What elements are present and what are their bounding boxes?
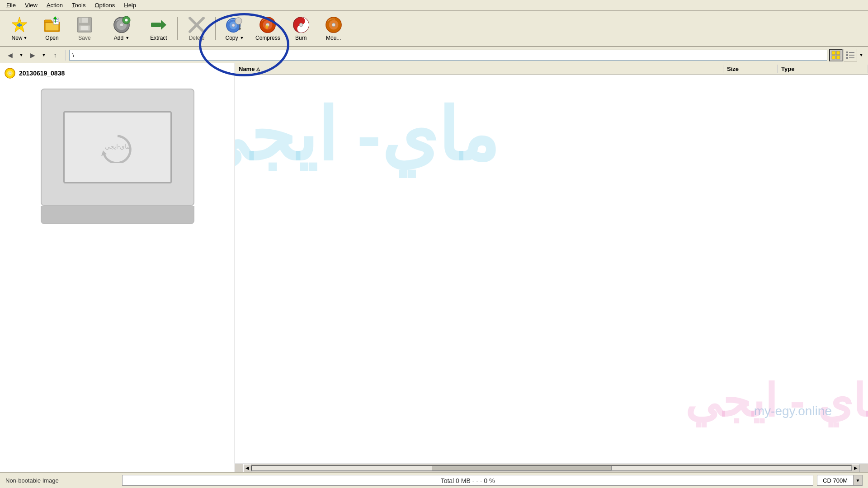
watermark-latin: my-egy.online (754, 404, 832, 418)
svg-point-40 (332, 23, 335, 27)
open-label: Open (45, 35, 58, 41)
new-label: New (12, 35, 23, 41)
copy-label: Copy (226, 35, 238, 41)
status-disc-selector: CD 700M ▼ (817, 475, 863, 486)
mount-button[interactable]: Mou... (318, 13, 349, 44)
mount-icon (325, 16, 343, 34)
svg-rect-21 (151, 23, 161, 27)
col-header-size[interactable]: Size (723, 65, 778, 73)
open-button[interactable]: Open (36, 13, 68, 44)
svg-rect-46 (849, 52, 854, 53)
scroll-right-button[interactable]: ▶ (852, 464, 860, 472)
svg-rect-47 (846, 54, 848, 56)
screen-watermark-icon: ماي-ايجي (95, 131, 140, 163)
status-disc-label: CD 700M (817, 475, 854, 486)
add-button[interactable]: Add ▼ (101, 13, 142, 44)
address-input[interactable] (69, 50, 827, 61)
menu-file[interactable]: File (2, 1, 20, 9)
save-button[interactable]: Save (69, 13, 100, 44)
col-header-type[interactable]: Type (778, 65, 868, 73)
disc-icon (5, 68, 15, 79)
address-separator (65, 50, 66, 61)
view-buttons: ▼ (829, 49, 864, 61)
scroll-left-button[interactable]: ◀ (243, 464, 251, 472)
menu-action[interactable]: Action (42, 1, 67, 9)
extract-icon (150, 16, 168, 34)
svg-rect-50 (849, 57, 854, 58)
file-list-body: ماي- ايجي ماي - ايجي my-egy.online (235, 75, 868, 464)
disc-label: 20130619_0838 (5, 68, 65, 79)
watermark-arabic-large: ماي- ايجي (235, 93, 499, 178)
save-icon (75, 16, 94, 34)
delete-button[interactable]: Delete (181, 13, 212, 44)
back-button[interactable]: ◀ (4, 49, 16, 61)
scroll-track[interactable] (251, 465, 852, 471)
add-icon (113, 16, 131, 34)
col-type-label: Type (781, 66, 794, 72)
burn-icon (292, 16, 310, 34)
menu-tools[interactable]: Tools (67, 1, 90, 9)
svg-rect-14 (81, 26, 88, 30)
compress-button[interactable]: Compress (251, 13, 284, 44)
svg-point-30 (235, 18, 242, 24)
svg-rect-44 (836, 56, 840, 59)
new-label-row: New ▼ (12, 35, 28, 41)
add-dropdown-arrow[interactable]: ▼ (125, 36, 129, 40)
svg-rect-12 (80, 18, 82, 23)
new-dropdown-arrow[interactable]: ▼ (24, 36, 28, 40)
svg-point-27 (232, 24, 235, 27)
mount-label: Mou... (326, 35, 341, 41)
svg-text:ماي-ايجي: ماي-ايجي (104, 143, 130, 150)
watermark-arabic-small: ماي - ايجي (685, 375, 868, 427)
new-icon (10, 16, 28, 34)
svg-rect-20 (126, 19, 127, 22)
svg-rect-48 (849, 55, 854, 56)
open-icon (43, 16, 61, 34)
svg-point-36 (300, 28, 302, 30)
svg-point-53 (9, 72, 11, 75)
menu-view[interactable]: View (20, 1, 42, 9)
copy-dropdown-arrow[interactable]: ▼ (240, 36, 244, 40)
col-name-label: Name (239, 66, 255, 72)
col-header-name[interactable]: Name △ (235, 65, 723, 73)
right-panel: Name △ Size Type ماي- ايجي ماي - ايجي my… (235, 63, 868, 472)
new-button[interactable]: New ▼ (4, 13, 35, 44)
view-dropdown-button[interactable]: ▼ (858, 49, 864, 61)
delete-label: Delete (189, 35, 205, 41)
menu-help[interactable]: Help (119, 1, 141, 9)
svg-rect-41 (832, 51, 835, 55)
copy-icon (226, 16, 244, 34)
col-size-label: Size (727, 66, 739, 72)
left-panel: 20130619_0838 ماي-ايجي (0, 63, 235, 472)
laptop-screen-bezel: ماي-ايجي (41, 89, 194, 206)
extract-button[interactable]: Extract (143, 13, 175, 44)
toolbar: New ▼ Open (0, 11, 868, 47)
up-button[interactable]: ↑ (49, 49, 61, 61)
horizontal-scrollbar: ◀ ▶ (235, 464, 868, 472)
save-label: Save (78, 35, 90, 41)
status-bar: Non-bootable Image Total 0 MB - - - 0 % … (0, 472, 868, 488)
scroll-thumb[interactable] (432, 466, 612, 470)
disc-name: 20130619_0838 (19, 70, 65, 77)
laptop-base (41, 206, 194, 224)
svg-rect-43 (832, 56, 835, 59)
copy-button[interactable]: Copy ▼ (219, 13, 250, 44)
burn-button[interactable]: Burn (285, 13, 317, 44)
forward-button[interactable]: ▶ (26, 49, 39, 61)
status-image-type: Non-bootable Image (5, 477, 118, 484)
forward-dropdown-button[interactable]: ▼ (41, 49, 47, 61)
menu-bar: File View Action Tools Options Help (0, 0, 868, 11)
view-large-icon-button[interactable] (829, 49, 843, 61)
menu-options[interactable]: Options (90, 1, 119, 9)
main-area: 20130619_0838 ماي-ايجي (0, 63, 868, 472)
file-list-header: Name △ Size Type (235, 63, 868, 75)
back-dropdown-button[interactable]: ▼ (18, 49, 24, 61)
laptop-graphic-wrapper: ماي-ايجي (41, 89, 194, 224)
view-list-button[interactable] (844, 49, 857, 61)
svg-marker-22 (161, 20, 166, 30)
add-label-row: Add ▼ (114, 35, 129, 41)
add-label: Add (114, 35, 123, 41)
col-name-sort-arrow: △ (256, 66, 260, 71)
status-disc-dropdown[interactable]: ▼ (854, 475, 863, 486)
burn-label: Burn (295, 35, 307, 41)
